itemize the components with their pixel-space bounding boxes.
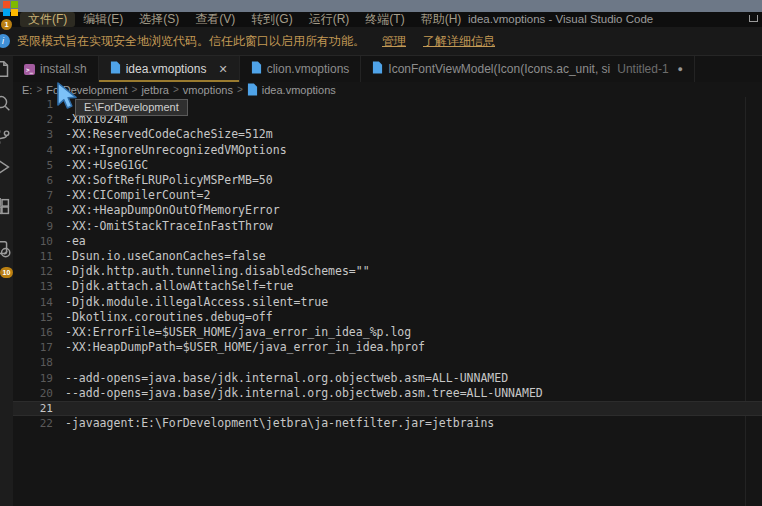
tab-clion.vmoptions[interactable]: clion.vmoptions: [240, 56, 362, 82]
line-text: -javaagent:E:\ForDevelopment\jetbra\ja-n…: [65, 416, 494, 431]
code-line[interactable]: 13-Djdk.attach.allowAttachSelf=true: [13, 279, 762, 294]
menu-item-4[interactable]: 查看(V): [187, 12, 243, 27]
line-text: -ea: [65, 234, 86, 249]
line-number: 13: [13, 279, 53, 294]
code-line[interactable]: 15-Dkotlinx.coroutines.debug=off: [13, 310, 762, 325]
line-number: 4: [13, 143, 53, 158]
menu-item-1[interactable]: 文件(F): [20, 12, 75, 27]
windows-logo-square: [11, 1, 18, 8]
line-text: -Djdk.attach.allowAttachSelf=true: [65, 279, 293, 294]
line-text: -Djdk.module.illegalAccess.silent=true: [65, 295, 328, 310]
line-number: 8: [13, 203, 53, 218]
breadcrumb-item-idea.vmoptions[interactable]: idea.vmoptions: [262, 84, 336, 96]
tab-label: IconFontViewModel(Icon(Icons.ac_unit, si: [388, 62, 610, 76]
source-control-icon[interactable]: [0, 126, 13, 148]
code-line[interactable]: 18: [13, 355, 762, 370]
code-line[interactable]: 4-XX:+IgnoreUnrecognizedVMOptions: [13, 143, 762, 158]
code-line[interactable]: 9-XX:-OmitStackTraceInFastThrow: [13, 219, 762, 234]
line-text: --add-opens=java.base/jdk.internal.org.o…: [65, 386, 543, 401]
learn-more-link[interactable]: 了解详细信息: [423, 33, 495, 50]
code-line[interactable]: 11-Dsun.io.useCanonCaches=false: [13, 249, 762, 264]
code-line[interactable]: 8-XX:+HeapDumpOnOutOfMemoryError: [13, 203, 762, 218]
search-icon[interactable]: [0, 92, 13, 114]
code-line[interactable]: 16-XX:ErrorFile=$USER_HOME/java_error_in…: [13, 325, 762, 340]
tab-idea.vmoptions[interactable]: idea.vmoptions✕: [99, 56, 240, 82]
breadcrumb-separator-icon: >: [132, 84, 138, 95]
tab-label: clion.vmoptions: [267, 62, 350, 76]
tab-bar: >_install.shidea.vmoptions✕clion.vmoptio…: [13, 56, 762, 82]
close-icon[interactable]: ✕: [218, 63, 227, 76]
code-line[interactable]: 17-XX:HeapDumpPath=$USER_HOME/java_error…: [13, 340, 762, 355]
code-line[interactable]: 19--add-opens=java.base/jdk.internal.org…: [13, 371, 762, 386]
editor-pane[interactable]: 12-Xmx1024m3-XX:ReservedCodeCacheSize=51…: [13, 97, 762, 506]
windows-logo-icon[interactable]: [3, 1, 19, 17]
line-text: -Dkotlinx.coroutines.debug=off: [65, 310, 273, 325]
code-line[interactable]: 3-XX:ReservedCodeCacheSize=512m: [13, 127, 762, 142]
activity-bar: [0, 56, 13, 506]
line-number: 19: [13, 371, 53, 386]
code-line[interactable]: 21: [13, 401, 762, 416]
menu-item-5[interactable]: 转到(G): [243, 12, 300, 27]
manage-link[interactable]: 管理: [382, 33, 406, 50]
explorer-icon[interactable]: [0, 58, 13, 80]
line-number: 9: [13, 219, 53, 234]
line-text: -XX:-OmitStackTraceInFastThrow: [65, 219, 273, 234]
line-text: -Djdk.http.auth.tunneling.disabledScheme…: [65, 264, 370, 279]
line-number: 21: [13, 401, 53, 416]
breadcrumb-item-vmoptions[interactable]: vmoptions: [183, 84, 233, 96]
breadcrumb-separator-icon: >: [36, 84, 42, 95]
code-line[interactable]: 12-Djdk.http.auth.tunneling.disabledSche…: [13, 264, 762, 279]
line-number: 17: [13, 340, 53, 355]
menu-item-2[interactable]: 编辑(E): [75, 12, 131, 27]
code-line[interactable]: 14-Djdk.module.illegalAccess.silent=true: [13, 295, 762, 310]
tab-label: install.sh: [40, 62, 87, 76]
breadcrumb: E:>ForDevelopment>jetbra>vmoptions>idea.…: [13, 82, 762, 97]
code-line[interactable]: 5-XX:+UseG1GC: [13, 158, 762, 173]
line-number: 11: [13, 249, 53, 264]
breadcrumb-item-e[interactable]: E:: [22, 84, 32, 96]
windows-logo-square: [11, 9, 18, 16]
settings-gear-icon[interactable]: [0, 238, 13, 260]
mouse-cursor-icon: [55, 82, 81, 114]
modified-dot-icon[interactable]: ●: [678, 64, 683, 74]
tab-install.sh[interactable]: >_install.sh: [13, 56, 99, 82]
run-debug-icon[interactable]: [0, 156, 13, 178]
extensions-badge: 10: [0, 267, 13, 278]
code-line[interactable]: 7-XX:CICompilerCount=2: [13, 188, 762, 203]
window-control-icon[interactable]: [749, 15, 758, 22]
code-line[interactable]: 6-XX:SoftRefLRUPolicyMSPerMB=50: [13, 173, 762, 188]
line-number: 15: [13, 310, 53, 325]
line-number: 16: [13, 325, 53, 340]
tab-label: idea.vmoptions: [126, 62, 207, 76]
line-text: -XX:HeapDumpPath=$USER_HOME/java_error_i…: [65, 340, 425, 355]
shell-file-icon: >_: [24, 64, 35, 75]
line-number: 14: [13, 295, 53, 310]
line-number: 5: [13, 158, 53, 173]
menu-item-7[interactable]: 终端(T): [357, 12, 412, 27]
line-text: -XX:CICompilerCount=2: [65, 188, 210, 203]
window-title: idea.vmoptions - Visual Studio Code: [468, 13, 653, 25]
code-line[interactable]: 10-ea: [13, 234, 762, 249]
file-icon: [247, 83, 258, 98]
menu-item-6[interactable]: 运行(R): [301, 12, 358, 27]
breadcrumb-separator-icon: >: [237, 84, 243, 95]
line-number: 6: [13, 173, 53, 188]
menu-item-8[interactable]: 帮助(H): [413, 12, 470, 27]
line-number: 7: [13, 188, 53, 203]
menu-item-3[interactable]: 选择(S): [131, 12, 187, 27]
info-icon: i: [0, 34, 10, 48]
line-text: -XX:+IgnoreUnrecognizedVMOptions: [65, 143, 287, 158]
windows-logo-square: [3, 1, 10, 8]
code-line[interactable]: 20--add-opens=java.base/jdk.internal.org…: [13, 386, 762, 401]
restricted-mode-banner: i 受限模式旨在实现安全地浏览代码。信任此窗口以启用所有功能。 管理 了解详细信…: [0, 27, 762, 56]
banner-message: 受限模式旨在实现安全地浏览代码。信任此窗口以启用所有功能。: [17, 33, 365, 50]
line-text: -Dsun.io.useCanonCaches=false: [65, 249, 266, 264]
code-line[interactable]: 22-javaagent:E:\ForDevelopment\jetbra\ja…: [13, 416, 762, 431]
line-number: 10: [13, 234, 53, 249]
path-tooltip: E:\ForDevelopment: [75, 99, 188, 116]
explorer-badge: 1: [1, 19, 12, 30]
tab-iconfontviewmodel-icon-i[interactable]: IconFontViewModel(Icon(Icons.ac_unit, si…: [361, 56, 695, 82]
line-text: -XX:ErrorFile=$USER_HOME/java_error_in_i…: [65, 325, 411, 340]
breadcrumb-item-jetbra[interactable]: jetbra: [141, 84, 169, 96]
extensions-icon[interactable]: [0, 196, 13, 218]
